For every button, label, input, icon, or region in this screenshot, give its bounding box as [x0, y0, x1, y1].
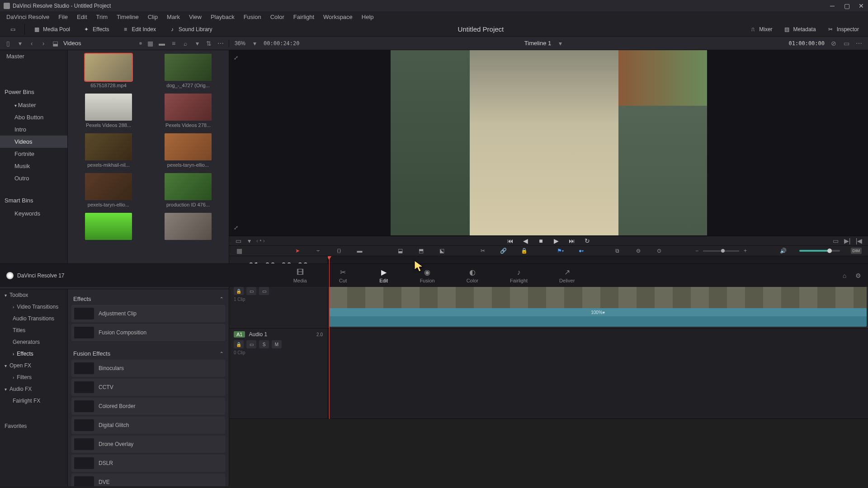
effect-item[interactable]: DVE	[71, 474, 225, 486]
menu-clip[interactable]: Clip	[143, 12, 162, 22]
fx-category[interactable]: ›Filters	[0, 371, 67, 383]
edit-index-button[interactable]: ≡Edit Index	[118, 24, 160, 35]
match-frame-icon[interactable]: ▭	[235, 237, 242, 244]
menu-fusion[interactable]: Fusion	[239, 12, 266, 22]
bin-item[interactable]: ▾ Master	[0, 99, 67, 111]
favorites-header[interactable]: Favorites	[0, 420, 67, 432]
trim-tool[interactable]: ⫟	[313, 246, 323, 256]
fx-category[interactable]: Fairlight FX	[0, 395, 67, 407]
expand-icon[interactable]: ⤢	[234, 55, 238, 61]
import-icon[interactable]: ⬓	[52, 40, 59, 47]
list-view-icon[interactable]: ≡	[170, 40, 177, 47]
panel-toggle-button[interactable]: ▭	[5, 24, 21, 35]
toolbox-header[interactable]: ▾Toolbox	[0, 289, 67, 301]
overwrite-tool[interactable]: ⬒	[416, 246, 426, 256]
loop-button[interactable]: ↻	[583, 236, 592, 245]
chevron-down-icon[interactable]: ▾	[251, 40, 258, 47]
fx-category[interactable]: Titles	[0, 324, 67, 336]
collapse-icon[interactable]: ⌃	[220, 296, 223, 301]
menu-timeline[interactable]: Timeline	[112, 12, 143, 22]
minimize-button[interactable]: ─	[829, 3, 835, 9]
zoom-fit-tool[interactable]: ⊙	[654, 246, 664, 256]
clip-thumbnail[interactable]: Pexels Videos 278...	[151, 94, 225, 128]
media-pool-button[interactable]: ▦Media Pool	[28, 24, 75, 35]
workspace-tab-edit[interactable]: ▶Edit	[379, 268, 388, 283]
menu-mark[interactable]: Mark	[162, 12, 184, 22]
audiofx-header[interactable]: ▾Audio FX	[0, 383, 67, 395]
sound-library-button[interactable]: ♪Sound Library	[164, 24, 217, 35]
bin-item[interactable]: Musik	[0, 160, 67, 172]
insert-tool[interactable]: ⬓	[396, 246, 406, 256]
volume-slider[interactable]	[799, 250, 840, 252]
viewer-canvas-container[interactable]: ⤢ ⤢	[229, 50, 868, 235]
settings-icon[interactable]: ⚙	[854, 272, 862, 279]
audio-track[interactable]	[328, 328, 868, 419]
prev-frame-button[interactable]: ◀	[521, 236, 530, 245]
viewer-zoom[interactable]: 36%	[235, 40, 245, 47]
effect-item[interactable]: Fusion Composition	[71, 324, 225, 341]
clip-thumbnail[interactable]: pexels-taryn-ellio...	[71, 173, 146, 207]
dim-button[interactable]: DIM	[851, 248, 862, 254]
workspace-tab-fusion[interactable]: ◉Fusion	[420, 268, 435, 283]
solo-button[interactable]: S	[259, 340, 269, 348]
menu-color[interactable]: Color	[266, 12, 289, 22]
metadata-button[interactable]: ▤Metadata	[779, 24, 821, 35]
power-bins-header[interactable]: Power Bins	[0, 85, 67, 99]
effect-item[interactable]: Binoculars	[71, 360, 225, 377]
nav-fwd-icon[interactable]: ›	[40, 40, 47, 47]
clip-speed-value[interactable]: 100% ▾	[329, 308, 867, 316]
blade-tool[interactable]: ▬	[355, 246, 365, 256]
bin-item[interactable]: Abo Button	[0, 111, 67, 123]
menu-file[interactable]: File	[54, 12, 72, 22]
play-button[interactable]: ▶	[552, 236, 561, 245]
nav-back-icon[interactable]: ‹	[28, 40, 35, 47]
fx-category[interactable]: ›Video Transitions	[0, 301, 67, 313]
menu-help[interactable]: Help	[357, 12, 378, 22]
menu-workspace[interactable]: Workspace	[319, 12, 357, 22]
track-auto-button[interactable]: ▭	[246, 340, 256, 348]
clip-thumbnail[interactable]: 657518728.mp4	[71, 54, 146, 88]
timeline-view-icon[interactable]: ▦	[236, 247, 243, 254]
zoom-out-tool[interactable]: ⊖	[633, 246, 643, 256]
workspace-tab-cut[interactable]: ✂Cut	[339, 268, 348, 283]
effect-item[interactable]: Digital Glitch	[71, 417, 225, 434]
bin-item[interactable]: Outro	[0, 172, 67, 184]
collapse-icon[interactable]: ⌃	[220, 351, 223, 356]
stop-button[interactable]: ■	[537, 236, 546, 245]
inspector-button[interactable]: ✂Inspector	[822, 24, 863, 35]
bin-item[interactable]: Intro	[0, 123, 67, 136]
selection-tool[interactable]: ➤	[292, 246, 302, 256]
snap-tool[interactable]: ⧉	[613, 246, 623, 256]
menu-view[interactable]: View	[184, 12, 206, 22]
effects-button[interactable]: ✦Effects	[78, 24, 113, 35]
bypass-icon[interactable]: ⊘	[830, 40, 837, 47]
fx-category[interactable]: Generators	[0, 336, 67, 348]
mute-button[interactable]: M	[272, 340, 282, 348]
bin-item-videos[interactable]: Videos	[0, 136, 67, 148]
search-icon[interactable]: ⌕	[182, 40, 189, 47]
track-auto-button[interactable]: ▭	[246, 287, 256, 295]
next-frame-button[interactable]: ⏭	[567, 236, 576, 245]
menu-edit[interactable]: Edit	[72, 12, 91, 22]
fx-category[interactable]: Audio Transitions	[0, 313, 67, 324]
clip-thumbnail[interactable]	[151, 213, 225, 242]
razor-tool[interactable]: ✂	[478, 246, 488, 256]
bin-master[interactable]: Master	[0, 50, 67, 62]
chevron-down-icon[interactable]: ▾	[245, 237, 253, 244]
workspace-tab-deliver[interactable]: ↗Deliver	[559, 268, 575, 283]
lock-tool[interactable]: 🔒	[519, 246, 529, 256]
clip-thumbnail[interactable]: dog_-_4727 (Orig...	[151, 54, 225, 88]
track-lock-button[interactable]: 🔒	[234, 287, 244, 295]
effect-item[interactable]: Adjustment Clip	[71, 305, 225, 322]
effect-item[interactable]: CCTV	[71, 379, 225, 396]
menu-playback[interactable]: Playback	[206, 12, 239, 22]
workspace-tab-fairlight[interactable]: ♪Fairlight	[510, 268, 528, 283]
link-tool[interactable]: 🔗	[499, 246, 509, 256]
menu-trim[interactable]: Trim	[92, 12, 113, 22]
clip-thumbnail[interactable]: pexels-mikhail-nil...	[71, 133, 146, 168]
workspace-tab-color[interactable]: ◐Color	[467, 268, 478, 283]
chevron-down-icon[interactable]: ▾	[193, 40, 201, 47]
audio-track-header[interactable]: A1 Audio 1 2.0 🔒 ▭ S M 0 Clip	[229, 328, 327, 419]
overwrite-icon[interactable]: ▭	[832, 237, 839, 244]
dual-view-icon[interactable]: ▭	[843, 40, 850, 47]
